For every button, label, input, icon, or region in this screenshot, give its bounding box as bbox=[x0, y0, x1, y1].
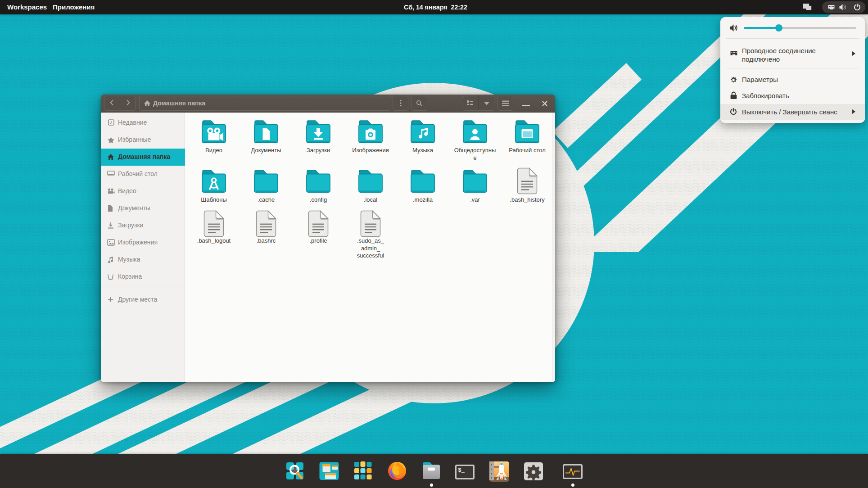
svg-text:$_: $_ bbox=[458, 467, 465, 474]
